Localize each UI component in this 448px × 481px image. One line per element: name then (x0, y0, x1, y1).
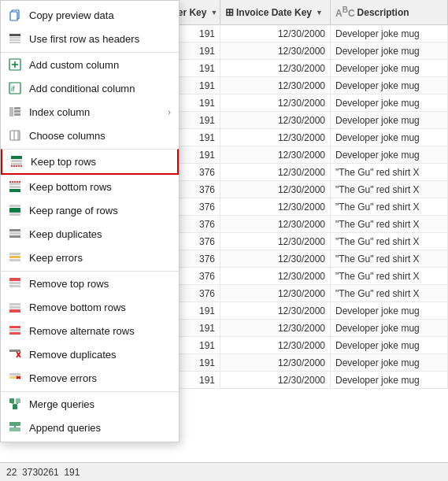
menu-item-remove-duplicates[interactable]: Remove duplicates (1, 342, 179, 366)
svg-rect-19 (11, 160, 22, 162)
svg-rect-11 (9, 107, 13, 117)
cell-desc: "The Gu" red shirt X (331, 164, 448, 180)
cell-date: 12/30/2000 (220, 181, 331, 198)
cell-date: 12/30/2000 (220, 302, 331, 319)
svg-rect-26 (9, 205, 20, 207)
menu-item-keep-range-rows[interactable]: Keep range of rows (1, 198, 179, 222)
menu-icon-keep-top (9, 154, 24, 169)
menu-icon-keep-range (7, 202, 23, 218)
cell-date: 12/30/2000 (220, 25, 331, 42)
menu-label-keep-duplicates: Keep duplicates (29, 228, 171, 240)
description-label: Description (357, 7, 409, 18)
menu-label-add-custom-col: Add custom column (29, 59, 171, 71)
cell-date: 12/30/2000 (220, 216, 331, 232)
menu-item-use-first-row[interactable]: Use first row as headers (1, 27, 179, 50)
cell-date: 12/30/2000 (220, 285, 331, 302)
cell-desc: "The Gu" red shirt X (331, 216, 448, 232)
cell-desc: Developer joke mug (331, 320, 448, 336)
menu-label-remove-alternate-rows: Remove alternate rows (29, 325, 171, 337)
menu-item-add-conditional-col[interactable]: if Add conditional column (1, 76, 179, 100)
cell-date: 12/30/2000 (220, 60, 331, 76)
menu-label-keep-range-rows: Keep range of rows (29, 205, 171, 216)
svg-rect-44 (9, 350, 20, 352)
menu-label-index-col: Index column (29, 106, 161, 118)
menu-icon-remove-alt (7, 323, 23, 339)
menu-arrow-index-col: › (168, 107, 171, 117)
customer-key-dropdown-button[interactable]: ▼ (209, 9, 219, 17)
svg-rect-23 (9, 186, 20, 188)
svg-line-54 (12, 403, 15, 405)
cell-desc: Developer joke mug (331, 94, 448, 111)
cell-desc: "The Gu" red shirt X (331, 181, 448, 198)
status-sale-value: 3730261 (22, 467, 59, 478)
svg-rect-52 (16, 398, 20, 403)
menu-item-remove-errors[interactable]: Remove errors (1, 366, 179, 390)
svg-rect-40 (9, 309, 20, 313)
menu-label-keep-errors: Keep errors (29, 252, 171, 264)
svg-rect-12 (14, 107, 20, 109)
svg-rect-22 (9, 183, 20, 185)
svg-rect-27 (9, 208, 20, 213)
menu-item-append-queries[interactable]: Append queries (1, 416, 179, 439)
cell-desc: Developer joke mug (331, 25, 448, 42)
menu-label-merge-queries: Merge queries (29, 398, 171, 410)
cell-date: 12/30/2000 (220, 129, 331, 146)
cell-desc: Developer joke mug (331, 302, 448, 319)
status-row-num: 22 (6, 467, 17, 478)
svg-rect-56 (9, 422, 20, 426)
menu-item-copy-preview[interactable]: Copy preview data (1, 3, 179, 27)
col-header-description: ABC Description (331, 0, 448, 24)
cell-desc: Developer joke mug (331, 77, 448, 94)
svg-rect-28 (9, 213, 20, 216)
context-menu: Copy preview data Use first row as heade… (0, 0, 180, 442)
menu-icon-keep-err (7, 250, 23, 265)
cell-desc: "The Gu" red shirt X (331, 198, 448, 215)
menu-label-choose-cols: Choose columns (29, 130, 171, 142)
cell-desc: Developer joke mug (331, 112, 448, 128)
cell-date: 12/30/2000 (220, 112, 331, 128)
invoice-date-label: Invoice Date Key (236, 7, 312, 18)
svg-rect-2 (9, 34, 20, 36)
cell-desc: Developer joke mug (331, 372, 448, 388)
cell-desc: "The Gu" red shirt X (331, 268, 448, 284)
cell-desc: Developer joke mug (331, 129, 448, 146)
svg-text:if: if (11, 85, 15, 93)
menu-icon-conditional: if (7, 80, 23, 96)
menu-icon-remove-top (7, 276, 23, 291)
menu-item-keep-top-rows[interactable]: Keep top rows (1, 149, 179, 175)
menu-item-remove-bottom-rows[interactable]: Remove bottom rows (1, 295, 179, 319)
svg-rect-35 (9, 278, 20, 281)
cell-date: 12/30/2000 (220, 372, 331, 388)
menu-item-merge-queries[interactable]: Merge queries (1, 391, 179, 416)
menu-item-index-col[interactable]: Index column› (1, 100, 179, 124)
svg-rect-34 (9, 259, 20, 261)
svg-rect-57 (9, 427, 20, 431)
cell-date: 12/30/2000 (220, 43, 331, 59)
menu-item-remove-alternate-rows[interactable]: Remove alternate rows (1, 319, 179, 342)
svg-rect-1 (10, 12, 17, 20)
menu-icon-remove-dup (7, 346, 23, 362)
svg-rect-30 (9, 232, 20, 235)
menu-label-remove-errors: Remove errors (29, 372, 171, 384)
menu-icon-merge (7, 396, 23, 412)
menu-item-remove-top-rows[interactable]: Remove top rows (1, 271, 179, 295)
cell-date: 12/30/2000 (220, 77, 331, 94)
invoice-date-dropdown-button[interactable]: ▼ (314, 9, 324, 17)
menu-item-keep-duplicates[interactable]: Keep duplicates (1, 222, 179, 246)
menu-icon-choose (7, 128, 23, 143)
menu-label-remove-duplicates: Remove duplicates (29, 349, 171, 361)
menu-icon-remove-err (7, 370, 23, 386)
menu-item-keep-errors[interactable]: Keep errors (1, 246, 179, 269)
menu-item-choose-cols[interactable]: Choose columns (1, 124, 179, 147)
cell-date: 12/30/2000 (220, 320, 331, 336)
svg-rect-31 (9, 235, 20, 238)
menu-item-keep-bottom-rows[interactable]: Keep bottom rows (1, 175, 179, 198)
description-type-icon: ABC (335, 6, 355, 19)
menu-item-add-custom-col[interactable]: Add custom column (1, 52, 179, 76)
menu-label-keep-bottom-rows: Keep bottom rows (29, 181, 171, 193)
menu-label-append-queries: Append queries (29, 422, 171, 434)
svg-rect-53 (13, 405, 17, 409)
cell-desc: Developer joke mug (331, 337, 448, 353)
cell-date: 12/30/2000 (220, 268, 331, 284)
cell-desc: "The Gu" red shirt X (331, 233, 448, 250)
